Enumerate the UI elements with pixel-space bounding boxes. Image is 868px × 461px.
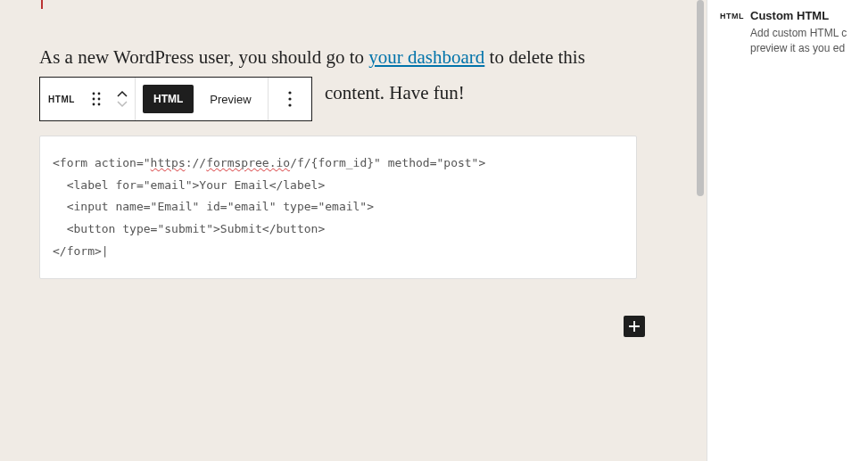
paragraph-continuation: content. Have fun!: [325, 82, 465, 104]
svg-point-2: [93, 98, 95, 101]
block-type-button[interactable]: HTML: [40, 78, 83, 120]
block-title: Custom HTML: [750, 9, 847, 22]
more-options-button[interactable]: [269, 91, 311, 107]
svg-point-1: [98, 93, 101, 95]
add-block-button[interactable]: [624, 316, 645, 337]
move-controls: [110, 90, 135, 108]
svg-point-5: [98, 103, 101, 106]
svg-point-4: [93, 103, 95, 106]
svg-point-6: [288, 91, 291, 94]
vertical-scrollbar[interactable]: [696, 0, 705, 461]
block-toolbar: HTML HTML Preview: [39, 77, 312, 121]
svg-point-7: [288, 97, 291, 100]
block-card: HTML Custom HTML Add custom HTML c previ…: [707, 0, 868, 56]
custom-html-textarea[interactable]: <form action="https://formspree.io/f/{fo…: [39, 136, 637, 279]
text-caret: [41, 0, 43, 9]
inspector-sidebar: HTML Custom HTML Add custom HTML c previ…: [707, 0, 868, 461]
editor-canvas: As a new WordPress user, you should go t…: [0, 0, 707, 461]
preview-tab[interactable]: Preview: [194, 78, 267, 120]
html-tab[interactable]: HTML: [143, 85, 194, 113]
scrollbar-thumb[interactable]: [697, 0, 704, 196]
move-up-button[interactable]: [116, 90, 128, 99]
block-description: Add custom HTML c preview it as you ed: [750, 26, 847, 56]
move-down-button[interactable]: [116, 99, 128, 108]
drag-handle-icon[interactable]: [83, 91, 110, 107]
paragraph-text: to delete this: [484, 46, 585, 68]
paragraph-text: As a new WordPress user, you should go t…: [39, 46, 368, 68]
text-caret: |: [102, 244, 109, 258]
body-paragraph[interactable]: As a new WordPress user, you should go t…: [39, 43, 667, 73]
html-icon: HTML: [720, 12, 750, 21]
svg-point-0: [93, 93, 95, 95]
svg-point-8: [288, 103, 291, 106]
svg-point-3: [98, 98, 101, 101]
dashboard-link[interactable]: your dashboard: [368, 46, 484, 68]
